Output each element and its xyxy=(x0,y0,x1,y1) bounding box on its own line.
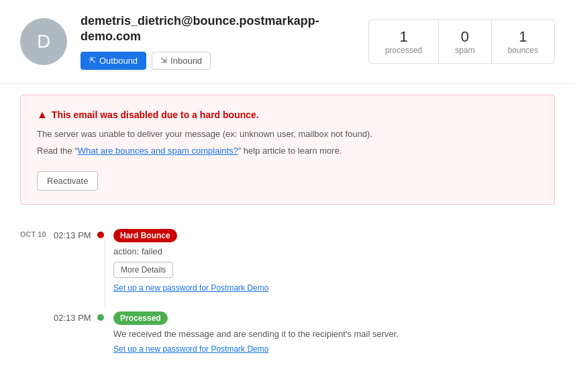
warning-icon: ▲ xyxy=(37,109,48,121)
avatar: D xyxy=(20,18,67,65)
timeline-time-1: 02:13 PM xyxy=(54,311,97,323)
tab-inbound[interactable]: ⇲ Inbound xyxy=(152,52,211,70)
inbound-icon: ⇲ xyxy=(160,56,167,65)
outbound-icon: ⇱ xyxy=(89,56,96,65)
badge-hard-bounce: Hard Bounce xyxy=(113,229,177,242)
header: D demetris_dietrich@bounce.postmarkapp-d… xyxy=(0,0,575,84)
badge-processed: Processed xyxy=(113,311,168,325)
timeline-dot-0 xyxy=(97,232,104,238)
timeline: OCT 10 02:13 PM Hard Bounce action: fail… xyxy=(0,215,575,386)
alert-line2: Read the “What are bounces and spam comp… xyxy=(37,144,538,158)
more-details-button[interactable]: More Details xyxy=(113,262,173,278)
timeline-time-0: 02:13 PM xyxy=(54,229,97,240)
header-info: demetris_dietrich@bounce.postmarkapp-dem… xyxy=(81,13,342,70)
bounces-link[interactable]: What are bounces and spam complaints? xyxy=(78,146,238,156)
alert-title: ▲ This email was disabled due to a hard … xyxy=(37,109,538,121)
action-text-1: We received the message and are sending … xyxy=(113,329,555,339)
timeline-dot-1 xyxy=(97,314,104,321)
timeline-entry-0: OCT 10 02:13 PM Hard Bounce action: fail… xyxy=(20,229,555,293)
email-address: demetris_dietrich@bounce.postmarkapp-dem… xyxy=(81,13,342,45)
reactivate-button[interactable]: Reactivate xyxy=(37,171,98,191)
stat-processed: 1 processed xyxy=(369,20,439,63)
timeline-content-1: Processed We received the message and ar… xyxy=(113,311,555,354)
action-text-0: action: failed xyxy=(113,246,555,256)
alert-line1: The server was unable to deliver your me… xyxy=(37,128,538,141)
setup-link-1[interactable]: Set up a new password for Postmark Demo xyxy=(113,344,555,354)
setup-link-0[interactable]: Set up a new password for Postmark Demo xyxy=(113,283,555,293)
alert-banner: ▲ This email was disabled due to a hard … xyxy=(20,95,555,205)
stat-spam: 0 spam xyxy=(439,20,491,63)
timeline-entry-1: 02:13 PM Processed We received the messa… xyxy=(20,311,555,354)
timeline-line-0 xyxy=(105,238,105,307)
timeline-content-0: Hard Bounce action: failed More Details … xyxy=(113,229,555,293)
timeline-date-1 xyxy=(20,311,54,313)
tab-buttons: ⇱ Outbound ⇲ Inbound xyxy=(81,52,342,70)
tab-outbound[interactable]: ⇱ Outbound xyxy=(81,52,146,70)
stat-bounces: 1 bounces xyxy=(492,20,554,63)
stats-box: 1 processed 0 spam 1 bounces xyxy=(368,19,555,64)
timeline-date-0: OCT 10 xyxy=(20,229,54,238)
